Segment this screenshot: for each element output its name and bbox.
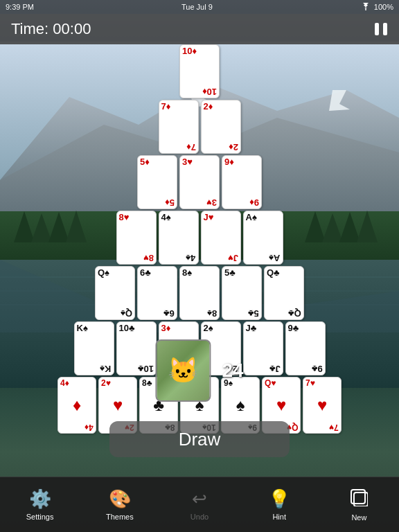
- new-game-icon: [350, 488, 368, 511]
- card-10d[interactable]: 10♦ 10♦: [179, 44, 220, 98]
- draw-button-label: Draw: [179, 429, 221, 450]
- card-5c[interactable]: 5♣ 5♣: [222, 266, 262, 320]
- card-3h[interactable]: 3♥ 3♥: [179, 155, 220, 209]
- draw-button[interactable]: Draw: [109, 421, 290, 457]
- nav-hint-label: Hint: [272, 513, 286, 521]
- themes-icon: 🎨: [109, 488, 131, 510]
- card-7h[interactable]: 7♥ ♥ 7♥: [303, 377, 342, 434]
- card-9d[interactable]: 9♦ 9♦: [222, 155, 262, 209]
- draw-pile[interactable]: 🐱: [155, 339, 211, 402]
- svg-point-19: [365, 9, 366, 10]
- nav-hint[interactable]: 💡 Hint: [240, 488, 319, 521]
- card-5d[interactable]: 5♦ 5♦: [137, 155, 177, 209]
- pyramid-row-3: 5♦ 5♦ 3♥ 3♥ 9♦ 9♦: [137, 155, 262, 209]
- card-8h[interactable]: 8♥ 8♥: [116, 211, 157, 265]
- card-4d[interactable]: 4♦ ♦ 4♦: [57, 377, 96, 434]
- card-As[interactable]: A♠ A♠: [243, 211, 283, 265]
- nav-new-label: New: [351, 513, 366, 522]
- draw-count: 24: [222, 360, 243, 382]
- hint-icon: 💡: [268, 488, 290, 510]
- card-Qc[interactable]: Q♣ Q♣: [264, 266, 304, 320]
- status-time: 9:39 PM: [6, 3, 34, 11]
- pause-button[interactable]: [374, 23, 388, 35]
- wifi-icon: [360, 3, 371, 12]
- nav-themes-label: Themes: [106, 513, 134, 521]
- card-Qs[interactable]: Q♠ Q♠: [95, 266, 135, 320]
- draw-area: 🐱 24: [155, 339, 243, 402]
- timer-display: Time: 00:00: [11, 20, 91, 38]
- nav-themes[interactable]: 🎨 Themes: [80, 488, 159, 521]
- status-bar: 9:39 PM Tue Jul 9 100%: [0, 0, 399, 14]
- nav-settings[interactable]: ⚙️ Settings: [0, 488, 80, 521]
- status-date: Tue Jul 9: [181, 3, 213, 11]
- pause-icon: [375, 23, 379, 35]
- nav-settings-label: Settings: [26, 513, 54, 521]
- bottom-nav: ⚙️ Settings 🎨 Themes ↩ Undo 💡 Hint New: [0, 477, 399, 532]
- card-4s[interactable]: 4♠ 4♠: [159, 211, 199, 265]
- card-9c[interactable]: 9♣ 9♣: [285, 321, 326, 375]
- pyramid-row-4: 8♥ 8♥ 4♠ 4♠ J♥ J♥ A♠ A♠: [116, 211, 283, 265]
- nav-undo-label: Undo: [190, 513, 209, 521]
- pause-icon: [383, 23, 387, 35]
- card-2d[interactable]: 2♦ 2♦: [201, 100, 241, 154]
- pyramid-row-1: 10♦ 10♦: [179, 44, 220, 98]
- pyramid-row-2: 7♦ 7♦ 2♦ 2♦: [159, 100, 241, 154]
- cat-icon: 🐱: [168, 356, 199, 385]
- card-7d[interactable]: 7♦ 7♦: [159, 100, 199, 154]
- nav-undo[interactable]: ↩ Undo: [159, 488, 239, 521]
- undo-icon: ↩: [192, 488, 207, 510]
- card-Jc[interactable]: J♣ J♣: [243, 321, 283, 375]
- card-6c[interactable]: 6♣ 6♣: [137, 266, 177, 320]
- battery-indicator: 100%: [374, 3, 393, 11]
- nav-new[interactable]: New: [319, 488, 399, 522]
- card-Jh[interactable]: J♥ J♥: [201, 211, 241, 265]
- card-8s[interactable]: 8♠ 8♠: [179, 266, 220, 320]
- card-10c[interactable]: 10♣ 10♣: [116, 321, 157, 375]
- timer-bar: Time: 00:00: [0, 14, 399, 44]
- pyramid-row-5: Q♠ Q♠ 6♣ 6♣ 8♠ 8♠ 5♣ 5♣ Q♣ Q♣: [95, 266, 304, 320]
- card-Ks[interactable]: K♠ K♠: [74, 321, 114, 375]
- settings-icon: ⚙️: [29, 488, 51, 510]
